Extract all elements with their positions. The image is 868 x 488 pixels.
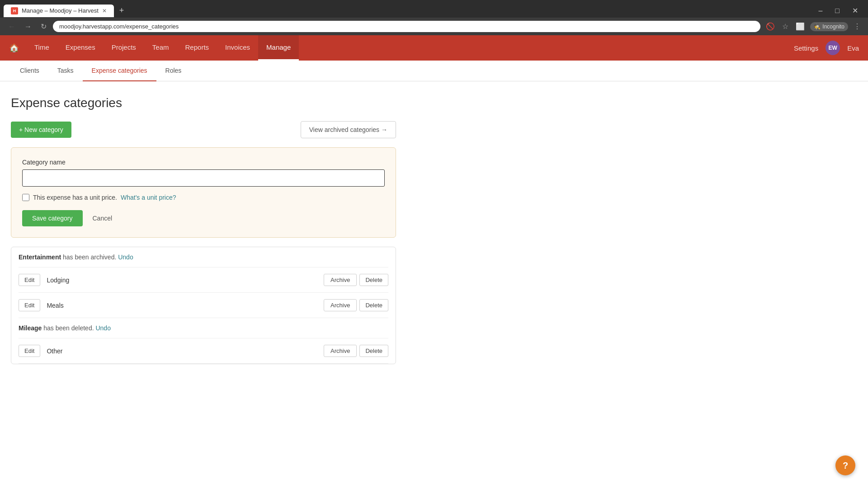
entertainment-undo-link[interactable]: Undo	[118, 253, 133, 261]
other-actions-right: Archive Delete	[324, 345, 388, 357]
sub-nav-expense-categories[interactable]: Expense categories	[83, 61, 156, 81]
category-name-input[interactable]	[22, 169, 385, 187]
category-name-label: Category name	[22, 159, 385, 166]
other-delete-button[interactable]: Delete	[359, 345, 388, 357]
mileage-name: Mileage	[19, 324, 42, 332]
browser-tabs: H Manage – Moodjoy – Harvest ✕ + – □ ✕	[0, 0, 868, 18]
browser-tab[interactable]: H Manage – Moodjoy – Harvest ✕	[4, 5, 114, 17]
other-actions-left: Edit	[19, 345, 40, 357]
cancel-button[interactable]: Cancel	[87, 210, 118, 226]
sub-nav-tasks[interactable]: Tasks	[48, 61, 83, 81]
app-nav: 🏠 Time Expenses Projects Team Reports In…	[0, 35, 868, 61]
nav-expenses[interactable]: Expenses	[57, 35, 104, 61]
meals-name: Meals	[47, 302, 324, 309]
other-archive-button[interactable]: Archive	[324, 345, 357, 357]
maximize-button[interactable]: □	[829, 4, 846, 18]
new-tab-button[interactable]: +	[116, 4, 128, 17]
bookmark-icon[interactable]: ☆	[780, 20, 790, 33]
meals-edit-button[interactable]: Edit	[19, 299, 40, 311]
form-actions: Save category Cancel	[22, 210, 385, 226]
lodging-edit-button[interactable]: Edit	[19, 274, 40, 286]
window-controls: – □ ✕	[812, 4, 864, 18]
menu-icon[interactable]: ⋮	[852, 20, 863, 33]
toolbar-row: + New category View archived categories …	[11, 121, 396, 138]
unit-price-checkbox[interactable]	[22, 194, 29, 201]
browser-chrome: H Manage – Moodjoy – Harvest ✕ + – □ ✕ ←…	[0, 0, 868, 35]
meals-delete-button[interactable]: Delete	[359, 299, 388, 311]
lodging-delete-button[interactable]: Delete	[359, 274, 388, 286]
save-category-button[interactable]: Save category	[22, 210, 83, 226]
category-list-inner: Entertainment has been archived. Undo Ed…	[11, 247, 396, 364]
other-name: Other	[47, 347, 324, 355]
lodging-name: Lodging	[47, 277, 324, 284]
nav-links: Time Expenses Projects Team Reports Invo…	[26, 35, 794, 61]
archived-message: has been archived.	[63, 253, 118, 261]
minimize-button[interactable]: –	[812, 4, 829, 18]
new-category-form: Category name This expense has a unit pr…	[11, 147, 396, 238]
reload-button[interactable]: ↻	[38, 20, 49, 33]
incognito-icon: 🕵️	[814, 23, 821, 30]
lodging-row: Edit Lodging Archive Delete	[19, 267, 388, 293]
browser-toolbar: ← → ↻ 🚫 ☆ ⬜ 🕵️ Incognito ⋮	[0, 18, 868, 35]
mileage-undo-link[interactable]: Undo	[95, 324, 110, 332]
settings-link[interactable]: Settings	[794, 44, 818, 52]
meals-archive-button[interactable]: Archive	[324, 299, 357, 311]
avatar: EW	[826, 41, 840, 55]
nav-team[interactable]: Team	[144, 35, 177, 61]
close-tab-icon[interactable]: ✕	[102, 8, 107, 14]
unit-price-link[interactable]: What's a unit price?	[121, 194, 176, 201]
lodging-actions-left: Edit	[19, 274, 40, 286]
nav-time[interactable]: Time	[26, 35, 57, 61]
back-button[interactable]: ←	[5, 21, 18, 33]
nav-manage[interactable]: Manage	[258, 35, 299, 61]
sub-nav: Clients Tasks Expense categories Roles	[0, 61, 868, 81]
nav-invoices[interactable]: Invoices	[217, 35, 258, 61]
new-category-button[interactable]: + New category	[11, 122, 71, 138]
address-bar[interactable]	[53, 21, 760, 32]
meals-actions-left: Edit	[19, 299, 40, 311]
no-tracking-icon: 🚫	[764, 20, 777, 33]
tab-title: Manage – Moodjoy – Harvest	[22, 7, 99, 14]
incognito-badge: 🕵️ Incognito	[810, 22, 848, 31]
other-row: Edit Other Archive Delete	[19, 338, 388, 364]
favicon: H	[11, 7, 18, 14]
lodging-actions-right: Archive Delete	[324, 274, 388, 286]
page-title: Expense categories	[11, 96, 396, 110]
sub-nav-clients[interactable]: Clients	[11, 61, 48, 81]
view-archived-button[interactable]: View archived categories →	[301, 121, 396, 138]
nav-reports[interactable]: Reports	[177, 35, 217, 61]
forward-button[interactable]: →	[22, 21, 34, 33]
category-list-container: Entertainment has been archived. Undo Ed…	[11, 247, 396, 364]
entertainment-archived-notification: Entertainment has been archived. Undo	[19, 247, 388, 267]
sub-nav-roles[interactable]: Roles	[156, 61, 191, 81]
lodging-archive-button[interactable]: Archive	[324, 274, 357, 286]
nav-projects[interactable]: Projects	[104, 35, 144, 61]
unit-price-row: This expense has a unit price. What's a …	[22, 194, 385, 201]
extensions-icon[interactable]: ⬜	[794, 20, 807, 33]
main-content: Expense categories + New category View a…	[0, 81, 407, 379]
nav-right: Settings EW Eva	[794, 41, 859, 55]
home-icon[interactable]: 🏠	[9, 43, 19, 53]
incognito-label: Incognito	[822, 23, 844, 30]
meals-actions-right: Archive Delete	[324, 299, 388, 311]
user-name[interactable]: Eva	[847, 44, 859, 52]
unit-price-label: This expense has a unit price.	[33, 194, 117, 201]
deleted-message: has been deleted.	[43, 324, 95, 332]
other-edit-button[interactable]: Edit	[19, 345, 40, 357]
mileage-deleted-notification: Mileage has been deleted. Undo	[19, 318, 388, 338]
meals-row: Edit Meals Archive Delete	[19, 293, 388, 318]
entertainment-name: Entertainment	[19, 253, 61, 261]
toolbar-right: 🚫 ☆ ⬜ 🕵️ Incognito ⋮	[764, 20, 863, 33]
close-window-button[interactable]: ✕	[846, 4, 864, 18]
